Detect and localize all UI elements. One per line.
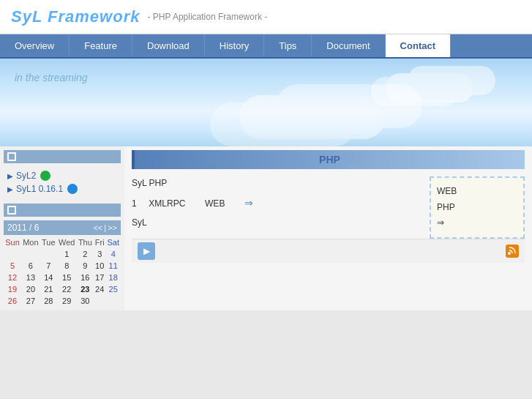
cal-header-sat: Sat bbox=[105, 236, 121, 248]
cal-week-1: 1 2 3 4 bbox=[4, 248, 121, 260]
content-footer: ▶ bbox=[132, 239, 525, 263]
cal-week-3: 12 13 14 15 16 17 18 bbox=[4, 272, 121, 283]
nav-document[interactable]: Document bbox=[312, 34, 385, 57]
svg-point-0 bbox=[508, 252, 511, 255]
nav-overview[interactable]: Overview bbox=[0, 34, 70, 57]
nav-feature[interactable]: Feature bbox=[70, 34, 132, 57]
syl2-badge bbox=[40, 171, 50, 181]
calendar: 2011 / 6 << | >> Sun Mon Tue Wed Thu Fri bbox=[4, 220, 121, 307]
cal-header-sun: Sun bbox=[4, 236, 21, 248]
nav-contact[interactable]: Contact bbox=[386, 34, 451, 57]
banner-text: in the streaming bbox=[0, 59, 102, 97]
footer-nav-icon: ▶ bbox=[143, 246, 150, 256]
sidebar-link-syl1-label: SyL1 0.16.1 bbox=[16, 184, 63, 194]
banner: in the streaming bbox=[0, 59, 532, 146]
cal-header-wed: Wed bbox=[57, 236, 77, 248]
calendar-pipe[interactable]: | bbox=[104, 223, 106, 232]
rss-icon[interactable] bbox=[506, 245, 519, 258]
syl1-badge bbox=[67, 184, 78, 194]
cal-week-4: 19 20 21 22 23 24 25 bbox=[4, 283, 121, 295]
content-line2: SyL bbox=[132, 216, 422, 230]
cal-week-2: 5 6 7 8 9 10 11 bbox=[4, 260, 121, 272]
content-body: SyL PHP 1 XMLRPC WEB ⇒ SyL WEB PHP ⇒ bbox=[132, 176, 525, 239]
sidebar-links: ▶ SyL2 ▶ SyL1 0.16.1 bbox=[4, 167, 121, 198]
line1-arrow: ⇒ bbox=[244, 197, 253, 209]
sidebar-section2-header bbox=[4, 204, 121, 217]
sidebar: ▶ SyL2 ▶ SyL1 0.16.1 2011 / 6 << | >> bbox=[0, 146, 124, 310]
content-intro: SyL PHP bbox=[132, 176, 422, 190]
logo-subtitle: - PHP Application Framework - bbox=[147, 12, 267, 22]
sidebar-link-syl1[interactable]: ▶ SyL1 0.16.1 bbox=[4, 182, 121, 195]
nav-tips[interactable]: Tips bbox=[264, 34, 312, 57]
cal-header-tue: Tue bbox=[40, 236, 57, 248]
content-title: PHP bbox=[132, 150, 525, 169]
calendar-year-month: 2011 / 6 bbox=[7, 223, 39, 233]
calendar-header: 2011 / 6 << | >> bbox=[4, 220, 121, 235]
line1-label: XMLRPC bbox=[149, 198, 185, 209]
cal-header-mon: Mon bbox=[21, 236, 40, 248]
sidebar-section1-icon bbox=[7, 152, 16, 161]
logo-text: SyL Framework bbox=[11, 7, 140, 26]
rss-label bbox=[508, 246, 517, 256]
line1-num: 1 bbox=[132, 198, 137, 209]
content-area: PHP SyL PHP 1 XMLRPC WEB ⇒ SyL WEB P bbox=[124, 146, 532, 310]
cal-header-fri: Fri bbox=[94, 236, 105, 248]
side-line3: ⇒ bbox=[437, 215, 517, 231]
sidebar-section1-header bbox=[4, 150, 121, 163]
page-header: SyL Framework - PHP Application Framewor… bbox=[0, 0, 532, 34]
sidebar-section2-icon bbox=[7, 206, 16, 215]
content-side-panel: WEB PHP ⇒ bbox=[430, 176, 525, 239]
link-arrow-icon2: ▶ bbox=[7, 185, 13, 193]
cal-week-5: 26 27 28 29 30 bbox=[4, 295, 121, 307]
nav-history[interactable]: History bbox=[205, 34, 264, 57]
side-line2: PHP bbox=[437, 200, 517, 216]
content-line1: 1 XMLRPC WEB ⇒ bbox=[132, 195, 422, 211]
calendar-prev-prev[interactable]: << bbox=[93, 223, 102, 232]
link-arrow-icon: ▶ bbox=[7, 172, 13, 180]
main-content: ▶ SyL2 ▶ SyL1 0.16.1 2011 / 6 << | >> bbox=[0, 146, 532, 310]
logo: SyL Framework bbox=[11, 7, 140, 26]
main-nav: Overview Feature Download History Tips D… bbox=[0, 34, 532, 59]
side-line1: WEB bbox=[437, 184, 517, 200]
cal-header-thu: Thu bbox=[77, 236, 94, 248]
nav-download[interactable]: Download bbox=[132, 34, 205, 57]
calendar-table: Sun Mon Tue Wed Thu Fri Sat 1 bbox=[4, 236, 121, 307]
calendar-next[interactable]: >> bbox=[108, 223, 117, 232]
sidebar-link-syl2[interactable]: ▶ SyL2 bbox=[4, 169, 121, 182]
content-main: SyL PHP 1 XMLRPC WEB ⇒ SyL bbox=[132, 176, 422, 239]
footer-nav-button[interactable]: ▶ bbox=[138, 242, 155, 260]
line1-mid: WEB bbox=[205, 198, 225, 209]
sidebar-link-syl2-label: SyL2 bbox=[16, 171, 36, 181]
